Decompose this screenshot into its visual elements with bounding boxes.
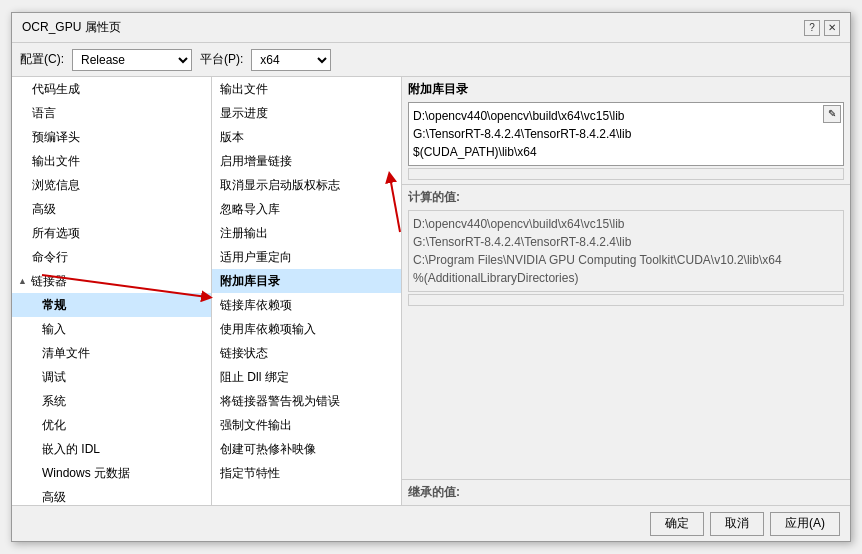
- inherited-title: 继承的值:: [408, 484, 844, 501]
- title-bar: OCR_GPU 属性页 ? ✕: [12, 13, 850, 43]
- tree-item-precompile[interactable]: 预编译头: [12, 125, 211, 149]
- list-item-block-dll[interactable]: 阻止 Dll 绑定: [212, 365, 401, 389]
- computed-line-2: G:\TensorRT-8.4.2.4\TensorRT-8.4.2.4\lib: [413, 233, 839, 251]
- tree-item-manifest[interactable]: 清单文件: [12, 341, 211, 365]
- main-content: 代码生成 语言 预编译头 输出文件 浏览信息 高级 所有选项 命令行 ▲ 链接器…: [12, 77, 850, 505]
- config-label: 配置(C):: [20, 51, 64, 68]
- inherited-section: 继承的值:: [402, 480, 850, 505]
- config-select[interactable]: Release: [72, 49, 192, 71]
- value-line-1: D:\opencv440\opencv\build\x64\vc15\lib: [413, 107, 823, 125]
- list-item-hotpatch[interactable]: 创建可热修补映像: [212, 437, 401, 461]
- tree-item-browse[interactable]: 浏览信息: [12, 173, 211, 197]
- tree-item-all-options[interactable]: 所有选项: [12, 221, 211, 245]
- scrollbar-h[interactable]: [408, 168, 844, 180]
- linker-label: 链接器: [31, 271, 67, 291]
- tree-item-lang[interactable]: 语言: [12, 101, 211, 125]
- dialog-footer: 确定 取消 应用(A): [12, 505, 850, 541]
- tree-item-cmdline[interactable]: 命令行: [12, 245, 211, 269]
- main-dialog: OCR_GPU 属性页 ? ✕ 配置(C): Release 平台(P): x6…: [11, 12, 851, 542]
- list-item-add-lib-dir[interactable]: 附加库目录: [212, 269, 401, 293]
- list-item-section-spec[interactable]: 指定节特性: [212, 461, 401, 485]
- tree-item-output[interactable]: 输出文件: [12, 149, 211, 173]
- list-item-per-user[interactable]: 适用户重定向: [212, 245, 401, 269]
- right-section-title: 附加库目录: [408, 81, 844, 98]
- cancel-button[interactable]: 取消: [710, 512, 764, 536]
- list-item-suppress-banner[interactable]: 取消显示启动版权标志: [212, 173, 401, 197]
- right-section-header: 附加库目录 D:\opencv440\opencv\build\x64\vc15…: [402, 77, 850, 185]
- toolbar: 配置(C): Release 平台(P): x64: [12, 43, 850, 77]
- expand-arrow: ▲: [18, 271, 27, 291]
- tree-item-win-meta[interactable]: Windows 元数据: [12, 461, 211, 485]
- list-item-output-file[interactable]: 输出文件: [212, 77, 401, 101]
- ok-button[interactable]: 确定: [650, 512, 704, 536]
- dialog-title: OCR_GPU 属性页: [22, 19, 121, 36]
- value-line-3: $(CUDA_PATH)\lib\x64: [413, 143, 823, 161]
- computed-title: 计算的值:: [408, 189, 844, 206]
- tree-item-system[interactable]: 系统: [12, 389, 211, 413]
- tree-item-embedded-idl[interactable]: 嵌入的 IDL: [12, 437, 211, 461]
- platform-select[interactable]: x64: [251, 49, 331, 71]
- list-item-link-status[interactable]: 链接状态: [212, 341, 401, 365]
- list-item-force-output[interactable]: 强制文件输出: [212, 413, 401, 437]
- value-line-2: G:\TensorRT-8.4.2.4\TensorRT-8.4.2.4\lib: [413, 125, 823, 143]
- computed-section: 计算的值: D:\opencv440\opencv\build\x64\vc15…: [402, 185, 850, 480]
- scrollbar-h-computed[interactable]: [408, 294, 844, 306]
- close-button[interactable]: ✕: [824, 20, 840, 36]
- tree-item-advanced[interactable]: 高级: [12, 197, 211, 221]
- list-item-link-lib-dep[interactable]: 链接库依赖项: [212, 293, 401, 317]
- tree-item-input[interactable]: 输入: [12, 317, 211, 341]
- computed-line-3: C:\Program Files\NVIDIA GPU Computing To…: [413, 251, 839, 269]
- apply-button[interactable]: 应用(A): [770, 512, 840, 536]
- tree-item-adv[interactable]: 高级: [12, 485, 211, 505]
- edit-icon[interactable]: ✎: [823, 105, 841, 123]
- tree-item-optimize[interactable]: 优化: [12, 413, 211, 437]
- list-item-register-output[interactable]: 注册输出: [212, 221, 401, 245]
- list-item-linker-warn[interactable]: 将链接器警告视为错误: [212, 389, 401, 413]
- list-item-use-lib-dep[interactable]: 使用库依赖项输入: [212, 317, 401, 341]
- list-item-show-progress[interactable]: 显示进度: [212, 101, 401, 125]
- middle-panel: 输出文件 显示进度 版本 启用增量链接 取消显示启动版权标志 忽略导入库 注册输…: [212, 77, 402, 505]
- tree-section-linker[interactable]: ▲ 链接器: [12, 269, 211, 293]
- title-buttons: ? ✕: [804, 20, 840, 36]
- right-value-box: D:\opencv440\opencv\build\x64\vc15\lib G…: [408, 102, 844, 166]
- left-panel: 代码生成 语言 预编译头 输出文件 浏览信息 高级 所有选项 命令行 ▲ 链接器…: [12, 77, 212, 505]
- right-panel: 附加库目录 D:\opencv440\opencv\build\x64\vc15…: [402, 77, 850, 505]
- list-item-ignore-import[interactable]: 忽略导入库: [212, 197, 401, 221]
- computed-line-1: D:\opencv440\opencv\build\x64\vc15\lib: [413, 215, 839, 233]
- help-button[interactable]: ?: [804, 20, 820, 36]
- list-item-version[interactable]: 版本: [212, 125, 401, 149]
- platform-label: 平台(P):: [200, 51, 243, 68]
- computed-line-4: %(AdditionalLibraryDirectories): [413, 269, 839, 287]
- tree-item-debug[interactable]: 调试: [12, 365, 211, 389]
- list-item-incremental[interactable]: 启用增量链接: [212, 149, 401, 173]
- tree-item-code-gen[interactable]: 代码生成: [12, 77, 211, 101]
- computed-value-box: D:\opencv440\opencv\build\x64\vc15\lib G…: [408, 210, 844, 292]
- tree-item-general[interactable]: 常规: [12, 293, 211, 317]
